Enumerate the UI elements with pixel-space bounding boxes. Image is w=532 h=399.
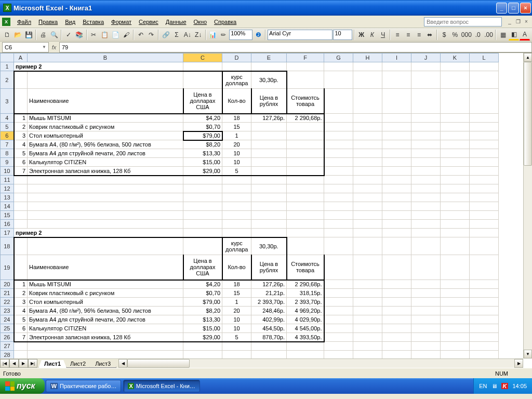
cell[interactable] xyxy=(353,211,382,220)
menu-data[interactable]: Данные xyxy=(162,18,190,26)
cell[interactable] xyxy=(411,184,441,193)
cell[interactable] xyxy=(382,193,411,202)
cell[interactable] xyxy=(222,351,251,359)
cell[interactable]: $0,70 xyxy=(183,289,222,298)
cell[interactable]: 4 xyxy=(14,307,28,315)
cell[interactable] xyxy=(287,220,324,229)
cell[interactable] xyxy=(222,176,251,184)
cell[interactable] xyxy=(324,351,353,359)
menu-insert[interactable]: Вставка xyxy=(79,18,108,26)
cell[interactable] xyxy=(353,342,382,351)
cell[interactable] xyxy=(470,211,499,220)
row-header[interactable]: 5 xyxy=(1,123,14,131)
cell[interactable] xyxy=(287,193,324,202)
cell[interactable] xyxy=(287,342,324,351)
cell[interactable]: Цена в долларах США xyxy=(185,258,220,276)
cell[interactable] xyxy=(251,193,287,202)
sort-desc-icon[interactable]: Z↓ xyxy=(193,29,204,41)
prev-sheet-icon[interactable]: ◀ xyxy=(9,359,19,368)
cell[interactable] xyxy=(324,211,353,220)
autosum-icon[interactable]: Σ xyxy=(171,29,182,41)
cell[interactable] xyxy=(470,193,499,202)
taskbar-item[interactable]: X Microsoft Excel - Кни… xyxy=(123,380,200,392)
cell[interactable] xyxy=(411,220,441,229)
tray-clock[interactable]: 14:05 xyxy=(512,383,527,389)
select-all-corner[interactable] xyxy=(1,54,14,62)
cell[interactable]: курс доллара xyxy=(224,240,250,252)
cell[interactable]: Бумага А4, (80 г/м²), 96% белизна, 500 л… xyxy=(28,140,183,149)
cell[interactable] xyxy=(222,184,251,193)
menu-format[interactable]: Формат xyxy=(108,18,135,26)
cell[interactable]: 6 xyxy=(14,324,28,333)
open-icon[interactable]: 📂 xyxy=(13,29,23,41)
scroll-right-icon[interactable]: ▶ xyxy=(514,359,523,368)
redo-icon[interactable]: ↷ xyxy=(147,29,157,41)
row-header[interactable]: 1 xyxy=(1,62,14,71)
row-header[interactable]: 22 xyxy=(1,298,14,307)
doc-minimize-button[interactable]: _ xyxy=(506,18,513,25)
row-header[interactable]: 21 xyxy=(1,289,14,298)
cell[interactable] xyxy=(287,202,324,211)
cell[interactable] xyxy=(183,184,222,193)
cell[interactable]: 2 290,68р. xyxy=(287,280,324,289)
row-header[interactable]: 13 xyxy=(1,193,14,202)
cell[interactable]: 5 xyxy=(222,167,251,176)
row-header[interactable]: 15 xyxy=(1,211,14,220)
cell[interactable]: 10 xyxy=(222,315,251,324)
cell[interactable] xyxy=(287,176,324,184)
fill-color-icon[interactable]: ◧ xyxy=(509,29,519,41)
cell[interactable] xyxy=(251,184,287,193)
cell[interactable] xyxy=(441,220,470,229)
cell[interactable] xyxy=(324,202,353,211)
row-header[interactable]: 8 xyxy=(1,149,14,158)
help-icon[interactable]: ❷ xyxy=(253,29,263,41)
col-header[interactable]: I xyxy=(382,54,411,62)
cell[interactable] xyxy=(353,202,382,211)
menu-tools[interactable]: Сервис xyxy=(135,18,162,26)
row-header[interactable]: 12 xyxy=(1,184,14,193)
bold-icon[interactable]: Ж xyxy=(356,29,367,41)
cell[interactable] xyxy=(251,123,287,131)
cell[interactable] xyxy=(251,149,287,158)
vertical-scrollbar[interactable]: ▲ ▼ xyxy=(523,53,532,358)
cell[interactable] xyxy=(287,351,324,359)
row-header[interactable]: 14 xyxy=(1,202,14,211)
cell[interactable]: Стол компьютерный xyxy=(28,298,183,307)
cell[interactable] xyxy=(183,193,222,202)
menu-edit[interactable]: Правка xyxy=(35,18,61,26)
cell[interactable]: $13,30 xyxy=(183,315,222,324)
cell[interactable] xyxy=(222,342,251,351)
start-button[interactable]: пуск xyxy=(0,378,45,394)
cell[interactable] xyxy=(14,176,28,184)
cell[interactable]: 21,21р. xyxy=(251,289,287,298)
doc-icon[interactable]: X xyxy=(2,18,10,26)
cell[interactable] xyxy=(411,211,441,220)
cell[interactable]: 248,46р. xyxy=(251,307,287,315)
research-icon[interactable]: 📚 xyxy=(74,29,85,41)
cut-icon[interactable]: ✂ xyxy=(89,29,99,41)
align-left-icon[interactable]: ≡ xyxy=(392,29,403,41)
cell[interactable]: Калькулятор CITIZEN xyxy=(28,158,183,167)
cell[interactable] xyxy=(353,184,382,193)
cell[interactable] xyxy=(287,131,324,140)
cell[interactable]: $79,00 xyxy=(183,298,222,307)
cell[interactable] xyxy=(353,351,382,359)
cell[interactable] xyxy=(251,140,287,149)
cell[interactable]: 127,26р. xyxy=(251,280,287,289)
cell[interactable]: 318,15р. xyxy=(287,289,324,298)
zoom-combo[interactable]: 100% xyxy=(229,30,252,40)
cell[interactable] xyxy=(14,342,28,351)
doc-close-button[interactable]: × xyxy=(523,18,530,25)
row-header[interactable]: 28 xyxy=(1,351,14,359)
cell[interactable] xyxy=(441,202,470,211)
cell[interactable] xyxy=(28,351,183,359)
col-header[interactable]: G xyxy=(324,54,353,62)
cell[interactable]: Цена в рублях xyxy=(254,261,285,273)
cell[interactable] xyxy=(470,342,499,351)
comma-icon[interactable]: 000 xyxy=(461,29,472,41)
menu-view[interactable]: Вид xyxy=(61,18,79,26)
col-header[interactable]: H xyxy=(353,54,382,62)
cell[interactable] xyxy=(287,184,324,193)
row-header[interactable]: 3 xyxy=(1,89,14,114)
row-header[interactable]: 6 xyxy=(1,131,14,140)
